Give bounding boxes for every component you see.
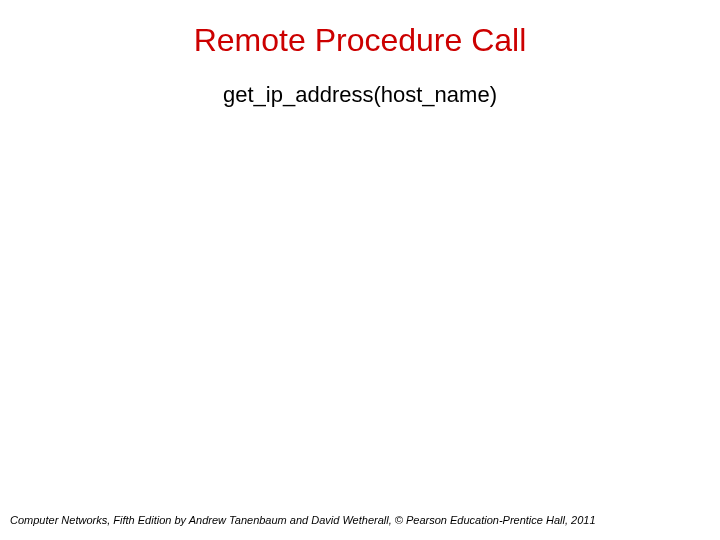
code-example: get_ip_address(host_name) — [0, 82, 720, 108]
slide-title: Remote Procedure Call — [0, 22, 720, 59]
footer-attribution: Computer Networks, Fifth Edition by Andr… — [10, 514, 710, 526]
